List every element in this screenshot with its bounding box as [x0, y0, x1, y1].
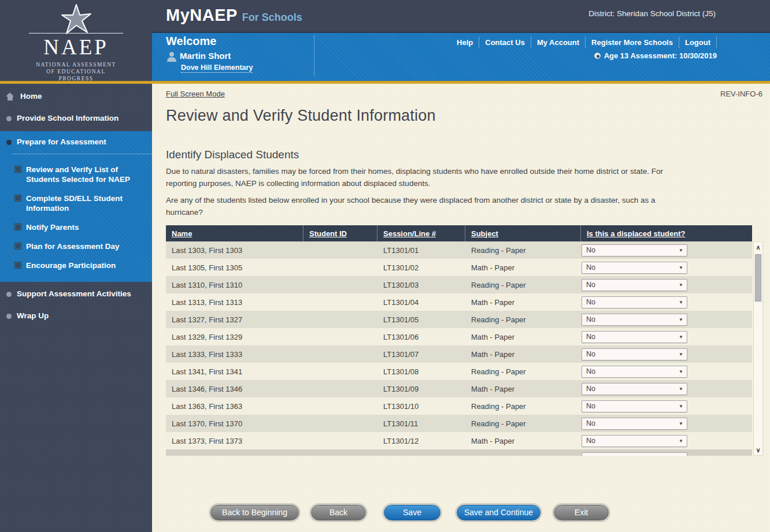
user-name: Martin Short [180, 51, 231, 61]
student-name-cell: Last 1370, First 1370 [166, 415, 303, 432]
save-and-continue-button[interactable]: Save and Continue [457, 505, 541, 520]
chevron-down-icon: ▼ [679, 317, 683, 322]
displaced-student-select[interactable]: No ▼ [582, 331, 687, 343]
sidebar-item-encourage-participation[interactable]: Encourage Participation [0, 256, 152, 275]
column-header-name[interactable]: Name [172, 229, 192, 238]
bullet-icon [6, 140, 12, 145]
nav-contact-us[interactable]: Contact Us [479, 37, 531, 48]
back-button[interactable]: Back [311, 505, 366, 520]
table-row: Last 1303, First 1303 LT1301/01 Reading … [166, 241, 752, 259]
displaced-student-select[interactable]: No ▼ [582, 279, 687, 291]
nav-logout[interactable]: Logout [679, 37, 717, 48]
displaced-cell: ▼ [581, 449, 752, 456]
logo-rule [29, 33, 123, 34]
displaced-student-select[interactable]: No ▼ [582, 314, 687, 326]
sidebar-item-notify-parents[interactable]: Notify Parents [0, 218, 152, 237]
app-title: MyNAEPFor Schools [166, 6, 302, 25]
column-header-session-line[interactable]: Session/Line # [383, 229, 436, 238]
sidebar-item-wrap-up[interactable]: Wrap Up [0, 305, 152, 327]
sidebar-item-provide-school-information[interactable]: Provide School Information [0, 107, 152, 129]
scrollbar-thumb[interactable] [755, 254, 761, 302]
table-row: Last 1373, First 1373 LT1301/12 Math - P… [166, 432, 752, 449]
displaced-student-select[interactable]: No ▼ [582, 244, 687, 256]
sidebar-item-prepare-for-assessment[interactable]: Prepare for Assessment [0, 131, 152, 153]
student-name-cell: Last 1327, First 1327 [166, 311, 303, 328]
welcome-label: Welcome [166, 35, 216, 48]
assessment-status: Age 13 Assessment: 10/30/2019 [594, 51, 717, 60]
back-to-beginning-button[interactable]: Back to Beginning [210, 505, 299, 520]
session-line-cell: LT1301/12 [377, 432, 465, 449]
subject-cell: Reading - Paper [465, 311, 581, 328]
displaced-student-select[interactable]: No ▼ [582, 418, 687, 430]
displaced-cell: No ▼ [581, 328, 752, 345]
sidebar-item-review-and-verify-list[interactable]: Review and Verify List of Students Selec… [0, 160, 152, 189]
bullet-icon [6, 292, 12, 297]
student-name-cell: Last 1346, First 1346 [166, 380, 303, 397]
subject-cell: Reading - Paper [465, 363, 581, 380]
student-id-cell [303, 259, 377, 276]
displaced-student-select[interactable]: No ▼ [582, 296, 687, 308]
student-name-cell: Last 1329, First 1329 [166, 328, 303, 345]
assessment-date-label: Age 13 Assessment: 10/30/2019 [604, 51, 717, 60]
session-line-cell: LT1301/02 [377, 259, 465, 276]
column-header-displaced[interactable]: Is this a displaced student? [587, 229, 685, 238]
table-row: Last 1327, First 1327 LT1301/05 Reading … [166, 311, 752, 328]
column-header-student-id[interactable]: Student ID [309, 229, 347, 238]
student-name-cell [166, 449, 303, 456]
save-button[interactable]: Save [384, 505, 440, 520]
table-vertical-scrollbar[interactable]: ∧ ∨ [753, 241, 763, 456]
student-id-cell [303, 345, 377, 363]
subject-cell: Math - Paper [465, 432, 581, 449]
nav-register-more-schools[interactable]: Register More Schools [586, 37, 679, 48]
column-header-subject[interactable]: Subject [471, 229, 498, 238]
table-row: Last 1363, First 1363 LT1301/10 Reading … [166, 397, 752, 415]
displaced-student-select[interactable]: No ▼ [582, 435, 687, 447]
table-row: Last 1310, First 1310 LT1301/03 Reading … [166, 276, 752, 293]
exit-button[interactable]: Exit [554, 505, 609, 520]
main-content: Full Screen Mode REV-INFO-6 Review and V… [152, 84, 770, 532]
nav-help[interactable]: Help [451, 37, 479, 48]
displaced-student-select[interactable]: No ▼ [582, 262, 687, 274]
displaced-student-select[interactable]: No ▼ [582, 348, 687, 360]
session-line-cell: LT1301/07 [377, 345, 465, 363]
user-icon [167, 52, 176, 62]
displaced-student-select[interactable]: ▼ [582, 452, 687, 456]
chevron-down-icon: ▼ [679, 386, 683, 392]
intro-paragraph: Due to natural disasters, families may b… [166, 166, 663, 189]
section-divider [12, 154, 152, 154]
displaced-student-select[interactable]: No ▼ [582, 400, 687, 412]
chevron-down-icon: ▼ [679, 369, 683, 374]
scroll-up-icon[interactable]: ∧ [754, 242, 762, 252]
sidebar-item-support-assessment-activities[interactable]: Support Assessment Activities [0, 283, 152, 305]
scroll-down-icon[interactable]: ∨ [754, 445, 762, 455]
chevron-down-icon: ▼ [679, 404, 683, 409]
session-line-cell: LT1301/11 [377, 415, 465, 432]
table-row: Last 1370, First 1370 LT1301/11 Reading … [166, 415, 752, 432]
student-id-cell [303, 276, 377, 293]
nav-my-account[interactable]: My Account [531, 37, 586, 48]
student-name-cell: Last 1363, First 1363 [166, 397, 303, 415]
session-line-cell: LT1301/04 [377, 293, 465, 311]
section-title: Identify Displaced Students [166, 148, 299, 161]
table-row: Last 1333, First 1333 LT1301/07 Math - P… [166, 345, 752, 363]
full-screen-mode-link[interactable]: Full Screen Mode [166, 90, 225, 98]
chevron-down-icon: ▼ [679, 352, 683, 357]
displaced-student-select[interactable]: No ▼ [582, 383, 687, 395]
student-id-cell [303, 311, 377, 328]
sidebar-item-complete-sdell-information[interactable]: Complete SD/ELL Student Information [0, 189, 152, 218]
sidebar-item-home[interactable]: Home [0, 84, 152, 107]
school-link[interactable]: Dove Hill Elementary [181, 64, 253, 73]
star-icon [55, 3, 98, 36]
student-table-header: Name Student ID Session/Line # Subject I… [166, 225, 752, 241]
student-id-cell [303, 328, 377, 345]
sidebar-item-plan-for-assessment-day[interactable]: Plan for Assessment Day [0, 237, 152, 256]
subject-cell: Reading - Paper [465, 397, 581, 415]
displaced-cell: No ▼ [581, 241, 752, 259]
bullet-icon [6, 314, 12, 319]
displaced-cell: No ▼ [581, 276, 752, 293]
displaced-student-select[interactable]: No ▼ [582, 366, 687, 378]
student-id-cell [303, 432, 377, 449]
square-bullet-icon [14, 195, 21, 202]
subject-cell: Math - Paper [465, 328, 581, 345]
table-row: Last 1305, First 1305 LT1301/02 Math - P… [166, 259, 752, 276]
